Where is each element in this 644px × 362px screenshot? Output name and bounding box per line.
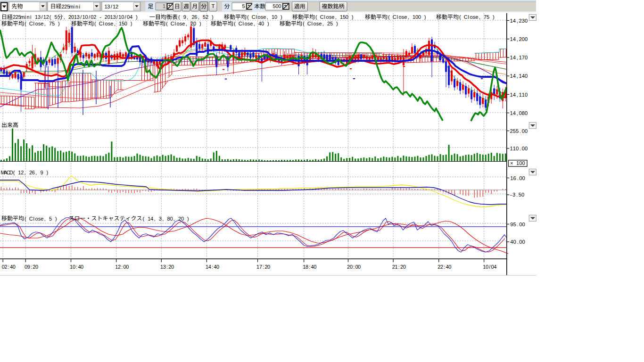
svg-text:10:40: 10:40: [70, 264, 83, 270]
svg-text:17:20: 17:20: [256, 264, 270, 270]
svg-text:95.00: 95.00: [510, 222, 525, 227]
svg-text:14,230: 14,230: [510, 18, 528, 24]
svg-text:02:40: 02:40: [2, 264, 16, 270]
svg-text:(Close,75): (Close,75): [25, 21, 59, 26]
svg-text:13:20: 13:20: [160, 264, 174, 270]
svg-text:1: 1: [163, 3, 165, 9]
svg-text:(Close,10): (Close,10): [247, 14, 282, 20]
svg-text:5: 5: [242, 3, 245, 9]
svg-text:225mini: 225mini: [61, 4, 80, 9]
svg-text:(Close,25): (Close,25): [303, 21, 338, 26]
svg-text:10/04: 10/04: [483, 264, 496, 270]
svg-text:-3.50: -3.50: [510, 192, 524, 197]
svg-text:(Close,150): (Close,150): [315, 14, 353, 20]
svg-text:(Close,150): (Close,150): [94, 21, 132, 26]
svg-text:(Close,100): (Close,100): [388, 14, 426, 20]
svg-text:09:20: 09:20: [25, 264, 38, 270]
svg-text:(Close,40): (Close,40): [234, 21, 269, 26]
svg-text:T: T: [212, 3, 215, 9]
svg-text:22:40: 22:40: [438, 264, 451, 270]
svg-text:14,170: 14,170: [510, 55, 528, 60]
svg-text:14,080: 14,080: [510, 110, 528, 116]
svg-text:18:40: 18:40: [303, 264, 316, 270]
svg-text:14,110: 14,110: [510, 92, 528, 98]
svg-text:14:40: 14:40: [206, 264, 219, 270]
svg-text:40.00: 40.00: [510, 239, 525, 245]
svg-text:(Close,75): (Close,75): [459, 14, 494, 20]
svg-text:(9,26,52): (9,26,52): [178, 14, 213, 20]
svg-text:MACD(12,26,9): MACD(12,26,9): [0, 170, 48, 175]
svg-text:(Close,20): (Close,20): [166, 21, 201, 26]
svg-text:13/12: 13/12: [104, 4, 118, 9]
svg-text:16.00: 16.00: [510, 175, 525, 181]
svg-text:225mini13/12(5: 225mini13/12(5: [13, 14, 58, 20]
svg-text:21:20: 21:20: [392, 264, 406, 270]
svg-text:14,140: 14,140: [510, 73, 528, 79]
svg-text:100: 100: [516, 160, 525, 166]
svg-text:20:00: 20:00: [347, 264, 361, 270]
svg-text:14,200: 14,200: [510, 36, 528, 42]
svg-text:×: ×: [510, 160, 513, 166]
svg-text:12:00: 12:00: [115, 264, 129, 270]
svg-text:,2013/10/02-2013/10/04): ,2013/10/02-2013/10/04): [64, 14, 138, 20]
svg-text:500: 500: [272, 3, 281, 9]
